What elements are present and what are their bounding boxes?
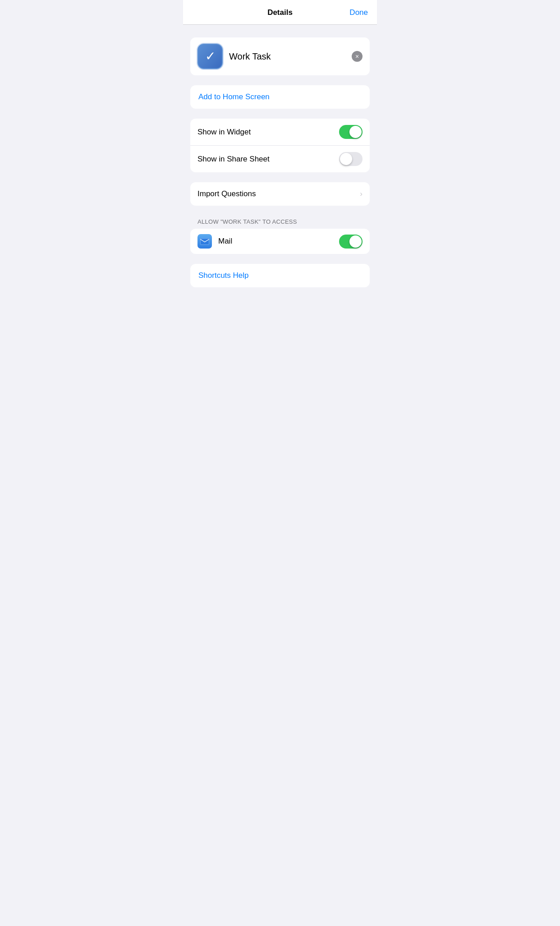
- task-card: ✓ Work Task ×: [190, 37, 370, 75]
- access-section-header: ALLOW "WORK TASK" TO ACCESS: [190, 216, 370, 229]
- show-in-share-sheet-row: Show in Share Sheet: [190, 145, 370, 172]
- import-questions-card: Import Questions ›: [190, 182, 370, 206]
- shortcuts-help-label: Shortcuts Help: [198, 271, 249, 280]
- header: Details Done: [183, 0, 377, 25]
- import-questions-button[interactable]: Import Questions ›: [190, 182, 370, 206]
- content: ✓ Work Task × Add to Home Screen Show in…: [183, 25, 377, 315]
- close-icon: ×: [355, 53, 359, 60]
- add-home-card: Add to Home Screen: [190, 85, 370, 109]
- task-icon[interactable]: ✓: [197, 44, 223, 69]
- toggle-thumb: [349, 126, 362, 138]
- show-in-widget-row: Show in Widget: [190, 119, 370, 145]
- task-name: Work Task: [229, 51, 345, 62]
- access-section: ALLOW "WORK TASK" TO ACCESS Mail: [190, 216, 370, 254]
- show-in-share-sheet-label: Show in Share Sheet: [197, 155, 270, 164]
- mail-icon: [197, 234, 212, 249]
- show-in-widget-label: Show in Widget: [197, 128, 251, 137]
- shortcuts-help-button[interactable]: Shortcuts Help: [190, 264, 370, 287]
- task-row: ✓ Work Task ×: [190, 37, 370, 75]
- checkmark-icon: ✓: [205, 50, 216, 63]
- svg-rect-0: [201, 238, 209, 244]
- toggles-card: Show in Widget Show in Share Sheet: [190, 119, 370, 172]
- mail-row: Mail: [190, 229, 370, 254]
- envelope-icon: [200, 238, 209, 245]
- mail-card: Mail: [190, 229, 370, 254]
- mail-toggle[interactable]: [339, 235, 363, 249]
- show-in-share-sheet-toggle[interactable]: [339, 152, 363, 166]
- show-in-widget-toggle[interactable]: [339, 125, 363, 139]
- toggle-thumb-2: [340, 153, 352, 165]
- done-button[interactable]: Done: [349, 8, 368, 17]
- bottom-spacer: [190, 297, 370, 315]
- shortcuts-help-card: Shortcuts Help: [190, 264, 370, 287]
- clear-button[interactable]: ×: [352, 51, 363, 62]
- chevron-right-icon: ›: [360, 189, 363, 198]
- add-home-label: Add to Home Screen: [198, 92, 270, 101]
- add-to-home-button[interactable]: Add to Home Screen: [190, 85, 370, 109]
- mail-label: Mail: [218, 237, 333, 246]
- toggle-thumb-3: [349, 235, 362, 248]
- header-title: Details: [267, 8, 293, 17]
- import-questions-label: Import Questions: [197, 189, 256, 198]
